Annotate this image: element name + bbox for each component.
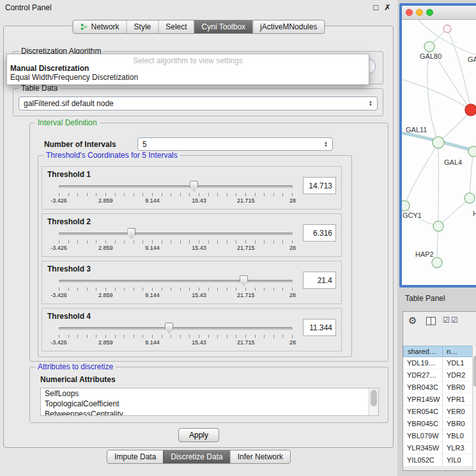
table-row[interactable]: YDR27…YDR2 <box>403 369 476 381</box>
network-canvas[interactable]: GAL80 GA GAL11 GAL4 GCY1 HAP2 H <box>402 20 476 284</box>
tab-discretize-data[interactable]: Discretize Data <box>163 450 229 463</box>
table-row[interactable]: YBR043CYBR0 <box>403 381 476 394</box>
table-cell[interactable]: YDR2 <box>443 369 476 381</box>
network-node[interactable] <box>468 146 476 157</box>
table-cell[interactable]: YER054C <box>403 406 443 417</box>
control-panel: Control Panel □ ✗ Network Style Select C… <box>0 0 397 476</box>
scrollbar-thumb[interactable] <box>473 356 476 387</box>
tab-network[interactable]: Network <box>73 20 127 33</box>
network-node-gal80[interactable] <box>424 42 434 52</box>
tick-label: -3.426 <box>50 245 67 251</box>
table-data-combobox[interactable]: galFiltered.sif default node ▲▼ <box>19 96 378 111</box>
number-of-intervals-combobox[interactable]: 5 ▲▼ <box>137 137 333 151</box>
table-row[interactable]: YBR045CYBR0 <box>403 418 476 430</box>
slider-thumb[interactable] <box>190 181 198 192</box>
bottom-tabbar: Impute Data Discretize Data Infer Networ… <box>107 450 291 464</box>
table-cell[interactable]: YIL0 <box>443 454 476 466</box>
threshold-3-slider[interactable]: -3.426 2.859 9.144 15.43 21.715 28 <box>59 275 293 300</box>
gear-icon[interactable]: ⚙ <box>408 315 417 326</box>
table-cell[interactable]: YLR3 <box>443 442 476 454</box>
network-node-gal11[interactable] <box>433 137 444 148</box>
threshold-1-slider[interactable]: -3.426 2.859 9.144 15.43 21.715 28 <box>59 181 293 205</box>
tab-cyni-toolbox[interactable]: Cyni Toolbox <box>194 20 252 33</box>
table-cell[interactable]: YLR345W <box>403 442 443 454</box>
dropdown-placeholder-option[interactable]: Select algorithm to view settings <box>7 54 369 63</box>
table-row[interactable]: YBL079WYBL0 <box>403 430 476 442</box>
zoom-window-icon[interactable] <box>426 9 433 16</box>
network-view-window[interactable]: GAL80 GA GAL11 GAL4 GCY1 HAP2 H <box>399 3 476 288</box>
slider-track[interactable] <box>59 185 293 188</box>
table-row[interactable]: YER054CYER0 <box>403 406 476 418</box>
apply-button[interactable]: Apply <box>178 428 219 442</box>
scrollbar-thumb[interactable] <box>371 390 377 406</box>
table-panel-title: Table Panel <box>405 294 445 303</box>
slider-track[interactable] <box>59 233 293 235</box>
threshold-panel-4: Threshold 4 -3.426 2.859 9.144 15.43 21.… <box>42 308 342 351</box>
list-item[interactable]: SelfLoops <box>41 388 378 399</box>
column-header-shared-name[interactable]: shared… <box>403 346 443 357</box>
tick-label: 2.859 <box>98 245 113 251</box>
tick-label: 9.144 <box>145 245 160 251</box>
threshold-3-value-field[interactable]: 21.4 <box>303 272 336 289</box>
tab-style[interactable]: Style <box>127 20 158 33</box>
slider-thumb[interactable] <box>165 323 173 334</box>
table-cell[interactable]: YPR1 <box>443 394 476 405</box>
table-cell[interactable]: YBR0 <box>443 381 476 393</box>
columns-icon[interactable] <box>426 317 436 325</box>
tab-select[interactable]: Select <box>158 20 194 33</box>
table-cell[interactable]: YDL19… <box>403 357 443 369</box>
table-cell[interactable]: YER0 <box>443 406 476 417</box>
table-cell[interactable]: YBR045C <box>403 418 443 429</box>
threshold-panel-1: Threshold 1 -3.426 2.859 9.144 15.43 21.… <box>42 166 342 210</box>
column-header-name[interactable]: n… <box>443 346 476 357</box>
slider-thumb[interactable] <box>240 275 248 286</box>
checkbox-icons[interactable]: ☑☑ <box>443 316 459 325</box>
slider-track[interactable] <box>59 280 293 282</box>
table-cell[interactable]: YDR27… <box>403 369 443 381</box>
slider-thumb[interactable] <box>127 228 135 239</box>
table-header-row: shared… n… <box>403 346 476 357</box>
node-label-gal11: GAL11 <box>406 126 427 134</box>
close-window-icon[interactable] <box>406 9 413 16</box>
table-cell[interactable]: YIL052C <box>403 454 443 466</box>
network-node-gcy1[interactable] <box>402 201 410 211</box>
attributes-group-title: Attributes to discretize <box>35 362 116 371</box>
list-scrollbar[interactable] <box>369 388 378 415</box>
threshold-4-value-field[interactable]: 11.344 <box>303 319 336 336</box>
table-cell[interactable]: YBL079W <box>403 430 443 441</box>
table-cell[interactable]: YDL1 <box>443 357 476 369</box>
table-cell[interactable]: YBL0 <box>443 430 476 441</box>
tab-impute-data[interactable]: Impute Data <box>107 450 163 463</box>
table-cell[interactable]: YBR043C <box>403 381 443 393</box>
table-row[interactable]: YLR345WYLR3 <box>403 442 476 454</box>
table-row[interactable]: YPR145WYPR1 <box>403 394 476 406</box>
table-cell[interactable]: YBR0 <box>443 418 476 429</box>
table-scrollbar[interactable] <box>472 346 476 471</box>
network-node[interactable] <box>464 193 475 203</box>
tick-label: 15.43 <box>192 245 206 251</box>
list-item[interactable]: BetweennessCentrality <box>41 409 378 416</box>
threshold-1-value-field[interactable]: 14.713 <box>303 177 336 194</box>
table-row[interactable]: YDL19…YDL1 <box>403 357 476 369</box>
slider-track[interactable] <box>59 327 293 330</box>
table-cell[interactable]: YPR145W <box>403 394 443 405</box>
tab-infer-network[interactable]: Infer Network <box>230 450 290 463</box>
table-panel-window: ⚙ ☑☑ shared… n… YDL19…YDL1 YDR27…YDR2 YB… <box>403 311 476 471</box>
list-item[interactable]: TopologicalCoefficient <box>41 399 378 409</box>
tab-jactivemnodules[interactable]: jActiveMNodules <box>252 20 324 33</box>
network-node[interactable] <box>433 221 443 231</box>
dropdown-option-equal-width[interactable]: Equal Width/Frequency Discretization <box>7 72 369 81</box>
tick-label: -3.426 <box>50 292 67 298</box>
network-node-hap2[interactable] <box>432 257 442 268</box>
minimize-window-icon[interactable] <box>416 9 423 16</box>
threshold-2-value-field[interactable]: 6.316 <box>303 224 336 242</box>
numerical-attributes-list[interactable]: SelfLoops TopologicalCoefficient Between… <box>40 388 379 416</box>
network-node[interactable] <box>443 25 451 33</box>
node-label-partial: H <box>473 210 476 217</box>
threshold-4-slider[interactable]: -3.426 2.859 9.144 15.43 21.715 28 <box>59 323 293 347</box>
threshold-2-slider[interactable]: -3.426 2.859 9.144 15.43 21.715 28 <box>59 228 293 252</box>
close-panel-icon[interactable]: ✗ <box>384 3 391 12</box>
selected-network-node[interactable] <box>465 104 476 116</box>
table-row[interactable]: YIL052CYIL0 <box>403 454 476 466</box>
float-window-icon[interactable]: □ <box>373 3 378 12</box>
